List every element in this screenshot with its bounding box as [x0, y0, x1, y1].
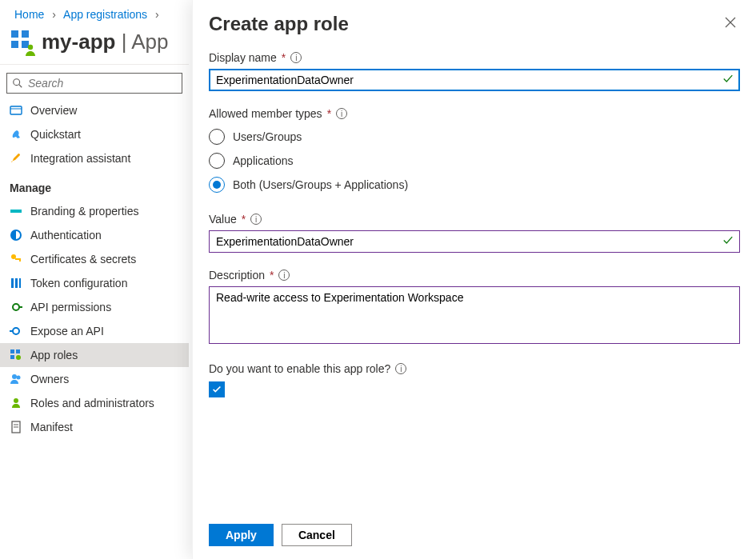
app-icon	[10, 29, 35, 54]
svg-point-20	[16, 355, 21, 360]
quickstart-icon	[10, 128, 22, 141]
sidebar-item-roles-administrators[interactable]: Roles and administrators	[0, 391, 189, 415]
info-icon[interactable]: i	[250, 214, 262, 225]
sidebar-item-integration-assistant[interactable]: Integration assistant	[0, 146, 189, 170]
svg-rect-5	[10, 210, 22, 213]
svg-rect-9	[19, 258, 21, 262]
sidebar-item-label: Quickstart	[30, 128, 81, 141]
radio-icon	[209, 129, 225, 145]
value-input[interactable]	[209, 230, 740, 253]
svg-rect-3	[10, 106, 22, 114]
sidebar-item-label: Roles and administrators	[30, 397, 154, 409]
cancel-button[interactable]: Cancel	[282, 524, 352, 546]
svg-point-1	[14, 79, 20, 86]
info-icon[interactable]: i	[278, 270, 290, 281]
sidebar-item-label: Certificates & secrets	[30, 253, 136, 266]
sidebar-item-app-roles[interactable]: App roles	[0, 343, 189, 367]
checkmark-icon	[211, 384, 222, 395]
radio-label: Users/Groups	[233, 130, 302, 143]
svg-rect-10	[11, 278, 14, 288]
chevron-right-icon: ›	[155, 8, 159, 21]
required-indicator: *	[327, 107, 331, 120]
sidebar-item-quickstart[interactable]: Quickstart	[0, 122, 189, 146]
sidebar-item-label: Branding & properties	[30, 205, 138, 218]
allowed-member-types-label: Allowed member types	[209, 107, 322, 120]
sidebar-item-owners[interactable]: Owners	[0, 367, 189, 391]
required-indicator: *	[242, 213, 246, 226]
svg-point-13	[13, 304, 19, 310]
create-app-role-panel: Create app role Display name * i Allowed…	[192, 0, 756, 559]
checkmark-icon	[722, 74, 734, 87]
sidebar-item-label: Overview	[30, 104, 77, 117]
breadcrumb-home[interactable]: Home	[14, 8, 44, 21]
sidebar-item-label: Manifest	[30, 421, 73, 433]
svg-point-15	[13, 328, 19, 334]
enable-role-label: Do you want to enable this app role?	[209, 362, 390, 375]
radio-label: Both (Users/Groups + Applications)	[233, 178, 408, 191]
branding-icon	[10, 205, 22, 218]
enable-role-checkbox[interactable]	[209, 381, 225, 397]
sidebar-item-token-configuration[interactable]: Token configuration	[0, 271, 189, 295]
close-icon	[724, 16, 737, 29]
radio-applications[interactable]: Applications	[209, 149, 740, 173]
display-name-label: Display name	[209, 51, 277, 64]
value-label: Value	[209, 213, 237, 226]
sidebar-item-expose-api[interactable]: Expose an API	[0, 319, 189, 343]
radio-icon	[209, 153, 225, 169]
expose-api-icon	[10, 325, 22, 337]
search-box[interactable]	[6, 73, 182, 94]
info-icon[interactable]: i	[395, 363, 406, 374]
radio-icon	[209, 177, 225, 193]
sidebar: Overview Quickstart Integration assistan…	[0, 64, 189, 439]
sidebar-item-overview[interactable]: Overview	[0, 98, 189, 122]
token-icon	[10, 277, 22, 289]
svg-point-0	[28, 45, 33, 50]
admin-icon	[10, 397, 22, 409]
info-icon[interactable]: i	[336, 108, 347, 119]
app-roles-icon	[10, 349, 22, 361]
sidebar-item-manifest[interactable]: Manifest	[0, 415, 189, 439]
svg-line-2	[19, 85, 22, 88]
page-title: my-app | App	[42, 30, 169, 54]
chevron-right-icon: ›	[52, 8, 56, 21]
sidebar-item-label: Authentication	[30, 229, 102, 242]
svg-point-23	[14, 398, 18, 403]
sidebar-item-api-permissions[interactable]: API permissions	[0, 295, 189, 319]
close-button[interactable]	[721, 13, 740, 34]
sidebar-item-label: Token configuration	[30, 277, 127, 289]
svg-rect-18	[16, 349, 20, 353]
panel-title: Create app role	[209, 13, 721, 35]
svg-rect-11	[15, 278, 18, 288]
svg-rect-19	[10, 355, 14, 359]
rocket-icon	[10, 152, 22, 165]
svg-rect-12	[19, 278, 21, 288]
svg-point-21	[12, 374, 17, 379]
authentication-icon	[10, 229, 22, 242]
manifest-icon	[10, 421, 22, 433]
sidebar-item-branding[interactable]: Branding & properties	[0, 199, 189, 223]
overview-icon	[10, 104, 22, 117]
sidebar-item-label: Owners	[30, 373, 69, 385]
sidebar-item-certificates-secrets[interactable]: Certificates & secrets	[0, 247, 189, 271]
radio-users-groups[interactable]: Users/Groups	[209, 125, 740, 149]
search-input[interactable]	[28, 77, 177, 90]
radio-both[interactable]: Both (Users/Groups + Applications)	[209, 173, 740, 197]
display-name-input[interactable]	[209, 69, 740, 91]
description-input[interactable]	[209, 286, 740, 344]
sidebar-item-label: App roles	[30, 349, 78, 361]
sidebar-group-manage: Manage	[0, 170, 189, 199]
api-permissions-icon	[10, 301, 22, 313]
svg-rect-17	[10, 349, 14, 353]
required-indicator: *	[270, 269, 274, 281]
search-icon	[12, 78, 23, 89]
breadcrumb-app-registrations[interactable]: App registrations	[63, 8, 147, 21]
owners-icon	[10, 373, 22, 385]
sidebar-item-authentication[interactable]: Authentication	[0, 223, 189, 247]
info-icon[interactable]: i	[290, 52, 302, 63]
required-indicator: *	[282, 51, 286, 64]
key-icon	[10, 253, 22, 266]
apply-button[interactable]: Apply	[209, 524, 274, 546]
checkmark-icon	[722, 235, 734, 249]
description-label: Description	[209, 269, 265, 281]
sidebar-item-label: Integration assistant	[30, 152, 130, 165]
